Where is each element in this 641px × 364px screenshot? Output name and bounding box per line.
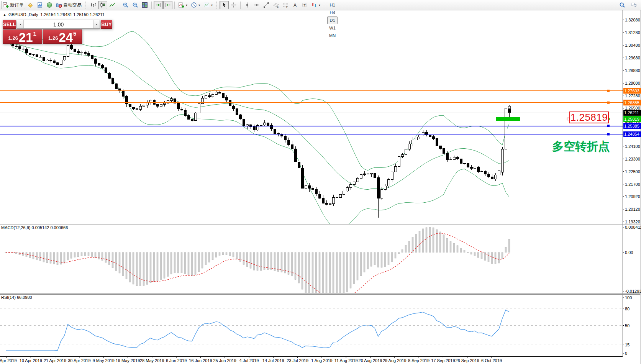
svg-text:T: T [303, 3, 306, 7]
toolbar-separator [119, 2, 119, 9]
svg-text:14 Jul 2019: 14 Jul 2019 [262, 358, 284, 363]
svg-text:17 Sep 2019: 17 Sep 2019 [431, 358, 455, 363]
chat-button[interactable] [629, 1, 638, 9]
svg-text:1.20920: 1.20920 [625, 194, 640, 199]
sell-price[interactable]: 1.26 21 1 [3, 30, 42, 44]
svg-text:1.19320: 1.19320 [625, 220, 640, 224]
text-label-button[interactable]: T [300, 1, 309, 9]
chart-annotation-text[interactable]: 多空转折点 [552, 139, 610, 154]
svg-text:1.24100: 1.24100 [625, 144, 640, 149]
zoom-in-button[interactable] [121, 1, 130, 9]
sell-button[interactable]: SELL [3, 20, 16, 29]
bar-chart-icon [90, 2, 96, 8]
macd-indicator-label: MACD(12,26,9) 0.005142 0.000666 [1, 225, 68, 230]
vertical-line-button[interactable] [243, 1, 252, 9]
svg-text:20 Aug 2019: 20 Aug 2019 [359, 358, 382, 363]
symbol-period-label: GBPUSD-,Daily [8, 12, 38, 17]
timeframe-group: M1M5M15M30H1H4D1W1MN [327, 0, 338, 39]
timeframe-button-h4[interactable]: H4 [327, 9, 338, 16]
svg-text:1.30480: 1.30480 [625, 43, 640, 48]
cursor-button[interactable] [220, 1, 229, 9]
rsi-indicator-label: RSI(14) 66.0980 [1, 295, 32, 300]
svg-text:10 Apr 2019: 10 Apr 2019 [20, 358, 42, 363]
crosshair-button[interactable] [229, 1, 238, 9]
toolbar: 新订单 自动交易 ▾ ▾ ▾ E F A T ▾ [0, 0, 641, 10]
template-icon [203, 2, 210, 8]
svg-text:25 Jun 2019: 25 Jun 2019 [213, 358, 236, 363]
zoom-out-icon [132, 2, 138, 8]
chart-canvas[interactable]: 1.320801.312801.304801.296801.288801.280… [0, 0, 641, 364]
collapse-arrow-icon[interactable]: ▲ [3, 13, 6, 16]
trendline-icon [263, 2, 269, 8]
timeframe-button-mn[interactable]: MN [327, 32, 338, 39]
toolbar-grip [85, 2, 87, 9]
trendline-button[interactable] [262, 1, 271, 9]
indicators-button[interactable]: ▾ [177, 1, 189, 9]
volume-increase-button[interactable]: ▲ [93, 20, 100, 28]
signals-button[interactable] [45, 1, 54, 9]
ohlc-values: 1.26154 1.26481 1.25150 1.26211 [41, 12, 105, 17]
svg-text:16 Jun 2019: 16 Jun 2019 [189, 358, 212, 363]
svg-text:1.27280: 1.27280 [625, 93, 640, 98]
new-order-button[interactable]: 新订单 [1, 1, 25, 9]
svg-text:-0.012931: -0.012931 [625, 289, 641, 293]
timeframe-button-h1[interactable]: H1 [327, 1, 338, 9]
svg-text:1.25819: 1.25819 [624, 117, 639, 121]
svg-text:0.00: 0.00 [625, 250, 633, 255]
auto-trading-button[interactable]: 自动交易 [54, 1, 83, 9]
svg-text:1.32080: 1.32080 [625, 18, 640, 22]
zoom-out-button[interactable] [131, 1, 140, 9]
svg-text:A: A [293, 3, 297, 8]
mt4-window: 1.320801.312801.304801.296801.288801.280… [0, 0, 641, 364]
chart-candles-button[interactable] [98, 1, 107, 9]
candlestick-chart-icon [100, 2, 106, 8]
svg-text:1.29680: 1.29680 [625, 56, 640, 60]
volume-input[interactable] [24, 20, 93, 28]
chat-icon [631, 2, 637, 8]
svg-text:9 May 2019: 9 May 2019 [92, 358, 114, 363]
svg-text:50: 50 [625, 323, 630, 328]
auto-scroll-button[interactable] [154, 1, 163, 9]
arrows-icon [311, 2, 317, 8]
timeframe-button-d1[interactable]: D1 [327, 16, 338, 24]
fibonacci-button[interactable]: F [281, 1, 290, 9]
auto-trading-icon [56, 2, 62, 8]
toolbar-grip [324, 2, 325, 9]
timeframe-button-w1[interactable]: W1 [327, 24, 338, 32]
text-button[interactable]: A [290, 1, 300, 9]
toolbar-separator [174, 2, 175, 9]
buy-price[interactable]: 1.26 24 5 [43, 30, 82, 44]
chart-bars-button[interactable] [89, 1, 98, 9]
arrows-button[interactable]: ▾ [310, 1, 322, 9]
svg-text:1.20120: 1.20120 [625, 207, 640, 212]
toolbar-right [618, 1, 640, 9]
svg-text:6 Oct 2019: 6 Oct 2019 [481, 358, 502, 363]
horizontal-line-button[interactable] [252, 1, 261, 9]
channel-button[interactable]: E [271, 1, 280, 9]
svg-text:1 Aug 2019: 1 Aug 2019 [311, 358, 333, 363]
search-button[interactable] [618, 1, 627, 9]
zoom-in-icon [123, 2, 129, 8]
price-level-callout[interactable]: 1.25819 [569, 111, 609, 123]
svg-text:15: 15 [625, 343, 630, 347]
svg-text:23 Jul 2019: 23 Jul 2019 [287, 358, 308, 363]
dropdown-caret-icon: ▾ [211, 3, 213, 7]
svg-text:1.26500: 1.26500 [625, 106, 640, 110]
chart-shift-button[interactable] [163, 1, 172, 9]
report-button[interactable] [35, 1, 44, 9]
trade-panel-top-row: SELL ▼ ▲ BUY [3, 20, 82, 29]
dropdown-caret-icon: ▾ [198, 3, 200, 7]
text-icon: A [292, 2, 298, 8]
tile-windows-button[interactable] [140, 1, 149, 9]
chart-line-button[interactable] [108, 1, 117, 9]
text-label-icon: T [302, 2, 308, 8]
buy-button[interactable]: BUY [101, 20, 112, 29]
templates-button[interactable]: ▾ [202, 1, 214, 9]
volume-stepper: ▼ ▲ [17, 20, 100, 29]
periods-button[interactable]: ▾ [189, 1, 202, 9]
line-chart-icon [109, 2, 115, 8]
volume-decrease-button[interactable]: ▼ [17, 20, 24, 28]
toolbar-grip [216, 2, 218, 9]
search-icon [619, 2, 625, 8]
history-button[interactable] [26, 1, 35, 9]
